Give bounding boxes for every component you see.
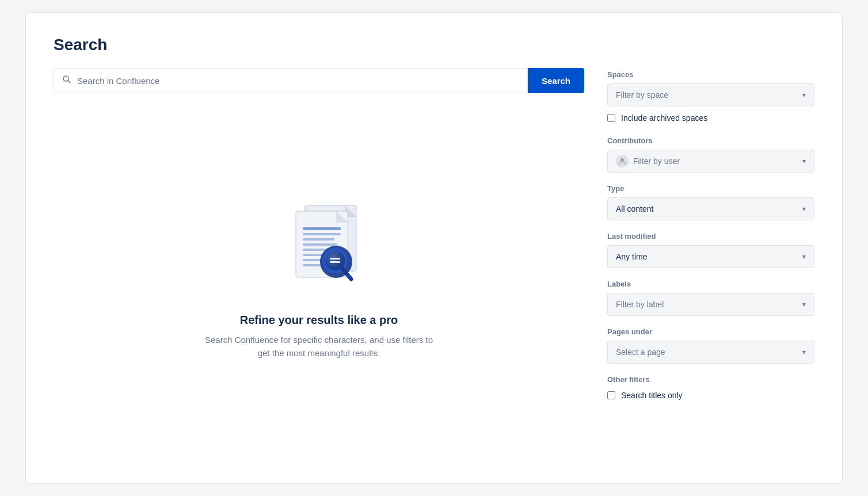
search-illustration — [261, 194, 376, 297]
include-archived-checkbox[interactable] — [607, 114, 615, 122]
type-chevron-icon: ▾ — [802, 205, 806, 213]
search-input[interactable] — [77, 76, 519, 86]
svg-rect-8 — [303, 227, 341, 230]
svg-rect-11 — [303, 243, 337, 246]
filter-section-last-modified: Last modified Any time ▾ — [607, 232, 814, 268]
spaces-label: Spaces — [607, 70, 814, 79]
user-avatar-icon — [616, 155, 629, 167]
search-titles-only-label: Search titles only — [621, 391, 683, 400]
contributors-chevron-icon: ▾ — [802, 157, 806, 165]
spaces-dropdown[interactable]: Filter by space ▾ — [607, 83, 814, 106]
search-button[interactable]: Search — [528, 68, 584, 93]
filter-section-contributors: Contributors Filter by user ▾ — [607, 136, 814, 173]
empty-state-description: Search Confluence for specific character… — [198, 334, 440, 360]
labels-chevron-icon: ▾ — [802, 300, 806, 308]
filter-section-pages-under: Pages under Select a page ▾ — [607, 327, 814, 364]
left-panel: Search — [54, 68, 584, 460]
last-modified-label: Last modified — [607, 232, 814, 241]
svg-rect-9 — [303, 233, 341, 235]
pages-under-label: Pages under — [607, 327, 814, 336]
contributors-dropdown-text: Filter by user — [633, 157, 680, 166]
pages-under-dropdown[interactable]: Select a page ▾ — [607, 341, 814, 364]
search-input-wrapper — [54, 68, 528, 93]
page-title: Search — [54, 36, 814, 54]
pages-under-chevron-icon: ▾ — [802, 348, 806, 356]
pages-under-dropdown-text: Select a page — [616, 348, 665, 357]
empty-state-title: Refine your results like a pro — [240, 314, 398, 327]
filter-section-other: Other filters Search titles only — [607, 375, 814, 402]
last-modified-dropdown[interactable]: Any time ▾ — [607, 245, 814, 268]
page-container: Search Search — [25, 12, 843, 484]
search-bar-row: Search — [54, 68, 584, 93]
search-titles-only-checkbox[interactable] — [607, 391, 615, 399]
filter-section-spaces: Spaces Filter by space ▾ Include archive… — [607, 70, 814, 125]
search-titles-only-row: Search titles only — [607, 388, 814, 402]
contributors-dropdown[interactable]: Filter by user ▾ — [607, 150, 814, 173]
svg-rect-10 — [303, 238, 334, 241]
filter-section-labels: Labels Filter by label ▾ — [607, 280, 814, 316]
labels-dropdown[interactable]: Filter by label ▾ — [607, 293, 814, 316]
type-dropdown-text: All content — [616, 204, 653, 213]
include-archived-row: Include archived spaces — [607, 111, 814, 125]
type-dropdown[interactable]: All content ▾ — [607, 197, 814, 220]
svg-point-23 — [620, 158, 624, 162]
main-layout: Search — [54, 68, 814, 460]
last-modified-chevron-icon: ▾ — [802, 253, 806, 261]
other-filters-label: Other filters — [607, 375, 814, 384]
right-panel: Spaces Filter by space ▾ Include archive… — [607, 68, 814, 460]
last-modified-dropdown-text: Any time — [616, 252, 647, 261]
type-label: Type — [607, 184, 814, 193]
spaces-chevron-icon: ▾ — [802, 91, 806, 99]
svg-rect-20 — [330, 258, 340, 260]
labels-label: Labels — [607, 280, 814, 288]
contributors-dropdown-left: Filter by user — [616, 155, 680, 167]
contributors-label: Contributors — [607, 136, 814, 145]
filter-section-type: Type All content ▾ — [607, 184, 814, 220]
labels-dropdown-text: Filter by label — [616, 300, 664, 309]
include-archived-label: Include archived spaces — [621, 113, 707, 123]
spaces-dropdown-text: Filter by space — [616, 90, 668, 100]
empty-state: Refine your results like a pro Search Co… — [54, 116, 584, 460]
svg-line-1 — [68, 81, 70, 83]
svg-rect-21 — [330, 261, 340, 263]
search-icon — [62, 75, 71, 86]
